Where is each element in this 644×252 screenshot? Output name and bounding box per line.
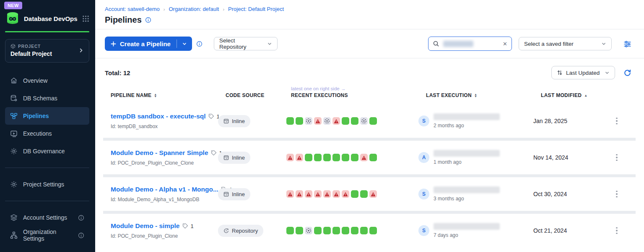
execution-status-failed[interactable] [286, 190, 294, 198]
execution-status-failed[interactable] [342, 190, 349, 198]
breadcrumb-account-link[interactable]: Account: satwell-demo [105, 6, 160, 12]
execution-status-failed[interactable] [305, 190, 312, 198]
execution-status-failed[interactable] [314, 117, 322, 125]
execution-status-failed[interactable] [332, 190, 340, 198]
sidebar-item-project-settings[interactable]: Project Settings [5, 176, 89, 193]
create-pipeline-main[interactable]: Create a Pipeline [105, 37, 177, 51]
code-source-chip[interactable]: Repository [218, 225, 263, 237]
info-icon[interactable] [196, 41, 203, 47]
search-input[interactable]: ✕ [428, 37, 512, 51]
kebab-menu-icon[interactable] [614, 226, 619, 236]
execution-status-failed[interactable] [369, 190, 377, 198]
info-icon[interactable] [145, 17, 151, 23]
execution-status-success[interactable] [342, 117, 349, 125]
main-area: Account: satwell-demo › Organization: de… [95, 0, 644, 252]
sidebar-item-account-settings[interactable]: Account Settings [5, 209, 89, 226]
execution-status-success[interactable] [286, 227, 294, 234]
execution-status-success[interactable] [369, 117, 377, 125]
refresh-icon[interactable] [623, 69, 631, 77]
execution-status-skipped[interactable] [323, 117, 331, 125]
column-last-execution[interactable]: LAST EXECUTION ▲▼ [426, 92, 541, 98]
execution-status-success[interactable] [323, 154, 331, 161]
info-icon[interactable] [78, 215, 84, 221]
kebab-menu-icon[interactable] [614, 152, 619, 163]
execution-status-success[interactable] [314, 227, 322, 234]
tag-icon [208, 113, 214, 119]
column-last-modified[interactable]: LAST MODIFIED ▲ [541, 92, 613, 98]
avatar[interactable]: A [418, 152, 429, 163]
sidebar-item-db-governance[interactable]: DB Governance [5, 142, 89, 160]
sidebar-item-label: DB Schemas [23, 95, 57, 102]
sort-dropdown[interactable]: Last Updated [551, 66, 615, 79]
inline-source-icon [223, 155, 229, 160]
execution-status-skipped[interactable] [305, 117, 312, 125]
app-grid-icon[interactable] [82, 15, 89, 22]
pipeline-name-link[interactable]: Module Demo - Spanner Simple [111, 149, 208, 157]
execution-status-success[interactable] [296, 117, 303, 125]
execution-status-success[interactable] [323, 227, 331, 234]
execution-status-failed[interactable] [286, 154, 294, 161]
pipeline-name-link[interactable]: Module Demo - simple [111, 222, 180, 230]
avatar[interactable]: S [418, 225, 429, 236]
pipeline-name-link[interactable]: tempDB sandbox - execute-sql [111, 113, 206, 120]
execution-status-skipped[interactable] [360, 117, 368, 125]
code-source-chip[interactable]: Inline [218, 152, 250, 164]
total-count: Total: 12 [105, 69, 130, 76]
filter-settings-icon[interactable] [623, 40, 631, 48]
create-pipeline-dropdown-toggle[interactable] [177, 37, 192, 51]
execution-status-success[interactable] [342, 154, 349, 161]
execution-status-success[interactable] [351, 117, 358, 125]
code-source-chip[interactable]: Inline [218, 188, 250, 200]
sidebar-item-executions[interactable]: Executions [5, 125, 89, 142]
column-pipeline-name[interactable]: PIPELINE NAME ▲▼ [111, 92, 226, 98]
execution-status-success[interactable] [342, 227, 349, 234]
execution-status-success[interactable] [360, 227, 368, 234]
execution-status-skipped[interactable] [305, 227, 312, 234]
execution-status-success[interactable] [351, 227, 358, 234]
execution-status-failed[interactable] [296, 190, 303, 198]
execution-status-failed[interactable] [360, 154, 368, 161]
table-row: tempDB sandbox - execute-sql 1 Id: tempD… [103, 104, 636, 138]
saved-filter-dropdown[interactable]: Select a saved filter [519, 37, 612, 50]
avatar[interactable]: S [418, 116, 429, 126]
execution-status-success[interactable] [286, 117, 294, 125]
info-icon[interactable] [78, 232, 84, 239]
create-pipeline-button[interactable]: Create a Pipeline [105, 37, 192, 51]
project-selector[interactable]: PROJECT Default Project [5, 39, 89, 63]
execution-status-success[interactable] [360, 190, 368, 198]
breadcrumb-project-link[interactable]: Project: Default Project [228, 6, 284, 12]
execution-status-success[interactable] [351, 190, 358, 198]
execution-status-failed[interactable] [296, 154, 303, 161]
avatar[interactable]: S [418, 189, 429, 200]
kebab-menu-icon[interactable] [614, 116, 619, 126]
execution-status-success[interactable] [332, 227, 340, 234]
execution-status-failed[interactable] [314, 190, 322, 198]
last-execution-time: 2 months ago [434, 123, 500, 129]
code-source-label: Inline [232, 118, 245, 124]
clear-search-icon[interactable]: ✕ [503, 41, 507, 47]
repository-source-icon [223, 228, 229, 234]
sidebar-item-db-schemas[interactable]: DB Schemas [5, 89, 89, 107]
select-repository-dropdown[interactable]: Select Repository [214, 37, 278, 50]
execution-status-success[interactable] [314, 154, 322, 161]
sidebar-item-overview[interactable]: Overview [5, 72, 89, 89]
pipeline-name-link[interactable]: Module Demo - Alpha v1 - Mongo... [111, 186, 218, 193]
execution-status-success[interactable] [296, 227, 303, 234]
execution-status-success[interactable] [305, 154, 312, 161]
kebab-menu-icon[interactable] [614, 189, 619, 200]
sidebar-item-pipelines[interactable]: Pipelines [5, 107, 89, 125]
chevron-down-icon [605, 70, 610, 75]
execution-status-success[interactable] [369, 227, 377, 234]
page-title: Pipelines [105, 15, 142, 25]
pipelines-icon [10, 112, 18, 120]
execution-status-success[interactable] [351, 154, 358, 161]
execution-status-failed[interactable] [332, 117, 340, 125]
last-execution-time: 7 days ago [434, 232, 500, 238]
execution-status-failed[interactable] [323, 190, 331, 198]
table-row: Module Demo - simple 1 Id: POC_Drone_Plu… [103, 214, 636, 247]
breadcrumb-organization-link[interactable]: Organization: default [169, 6, 219, 12]
execution-status-success[interactable] [369, 154, 377, 161]
execution-status-success[interactable] [332, 154, 340, 161]
sidebar-item-organization-settings[interactable]: Organization Settings [5, 226, 89, 244]
code-source-chip[interactable]: Inline [218, 115, 250, 127]
